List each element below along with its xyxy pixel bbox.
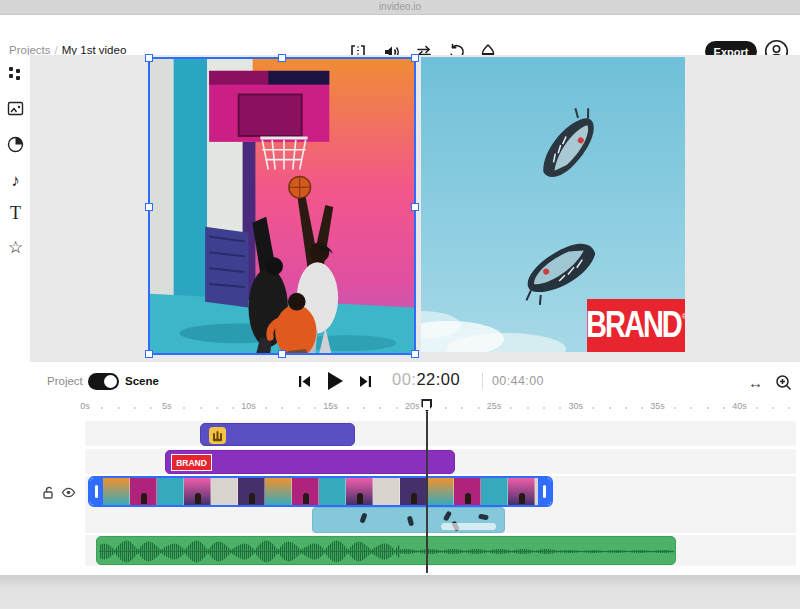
film-thumbnail	[211, 478, 238, 505]
timecode-hours: 00:	[392, 370, 416, 388]
film-thumbnail	[454, 478, 481, 505]
film-thumbnail	[130, 478, 157, 505]
ruler-tick	[281, 407, 283, 409]
text-tool-icon[interactable]: T	[6, 204, 25, 223]
ruler-tick	[592, 407, 594, 409]
ruler-tick	[232, 407, 234, 409]
timecode-main: 22:00	[416, 370, 460, 388]
film-thumbnail	[481, 478, 508, 505]
scene-mode-label[interactable]: Scene	[125, 375, 159, 387]
brand-logo: BRAND®	[587, 299, 685, 352]
broll-shoes-clip[interactable]	[312, 507, 505, 533]
ruler-tick	[609, 407, 611, 409]
apps-grid-icon[interactable]	[6, 65, 25, 84]
ruler-tick	[314, 407, 316, 409]
ruler-tick	[298, 407, 300, 409]
film-thumbnail	[184, 478, 211, 505]
ruler-tick	[150, 407, 152, 409]
ruler-tick	[690, 407, 692, 409]
playhead-line[interactable]	[426, 400, 428, 573]
browser-bar: invideo.io	[0, 0, 800, 15]
selected-clip-basketball[interactable]	[148, 57, 416, 355]
zoom-in-icon[interactable]	[774, 373, 793, 392]
timeline: Project Scene 00:22:00 00:44:00 ↔ 0s5s10…	[30, 362, 800, 575]
ruler-tick	[625, 407, 627, 409]
film-thumbnail	[346, 478, 373, 505]
ruler-tick	[478, 407, 480, 409]
film-thumbnail	[508, 478, 535, 505]
audio-waveform	[97, 537, 675, 565]
app-screen: invideo.io Projects/My 1st video	[0, 0, 800, 609]
film-thumbnail	[157, 478, 184, 505]
trim-handle-left[interactable]	[90, 478, 103, 505]
video-clip-selected[interactable]	[88, 476, 553, 507]
ruler-label: 15s	[323, 401, 338, 411]
film-thumbnail	[292, 478, 319, 505]
ruler-tick	[216, 407, 218, 409]
ruler-label: 5s	[162, 401, 172, 411]
time-ruler[interactable]: 0s5s10s15s20s25s30s35s40s	[30, 398, 800, 416]
handle-mid-right[interactable]	[411, 203, 419, 211]
handle-bottom-left[interactable]	[145, 350, 153, 358]
ruler-tick	[396, 407, 398, 409]
audio-clip[interactable]	[96, 536, 675, 565]
ruler-tick	[510, 407, 512, 409]
trim-handle-right[interactable]	[538, 478, 551, 505]
eye-icon[interactable]	[61, 485, 76, 500]
total-timecode: 00:44:00	[492, 374, 544, 388]
ruler-tick	[707, 407, 709, 409]
rock-hand-icon	[209, 427, 226, 444]
ruler-tick	[379, 407, 381, 409]
ruler-tick	[445, 407, 447, 409]
ruler-tick	[183, 407, 185, 409]
handle-top-mid[interactable]	[278, 54, 286, 62]
ruler-tick	[756, 407, 758, 409]
ruler-label: 20s	[405, 401, 420, 411]
sticker-icon[interactable]	[6, 135, 25, 154]
project-scene-toggle[interactable]	[88, 373, 119, 390]
ruler-tick	[134, 407, 136, 409]
ruler-tick	[559, 407, 561, 409]
ruler-tick	[674, 407, 676, 409]
browser-title: invideo.io	[0, 1, 800, 12]
ruler-tick	[641, 407, 643, 409]
handle-bottom-right[interactable]	[411, 350, 419, 358]
fit-width-icon[interactable]: ↔	[748, 374, 763, 391]
lock-open-icon[interactable]	[41, 485, 56, 500]
ruler-tick	[265, 407, 267, 409]
ruler-label: 30s	[569, 401, 584, 411]
clip-flying-shoes[interactable]: BRAND®	[421, 57, 685, 352]
basketball-image	[150, 59, 414, 353]
star-icon[interactable]: ☆	[6, 238, 25, 257]
track-row-sticker	[85, 421, 796, 446]
ruler-tick	[527, 407, 529, 409]
ruler-tick	[347, 407, 349, 409]
film-thumbnail	[427, 478, 454, 505]
ruler-tick	[363, 407, 365, 409]
film-thumbnail	[238, 478, 265, 505]
skip-back-icon[interactable]	[295, 372, 314, 391]
play-icon[interactable]	[322, 369, 346, 393]
sidebar: ♪ T ☆	[0, 55, 30, 575]
handle-top-left[interactable]	[145, 54, 153, 62]
handle-top-right[interactable]	[411, 54, 419, 62]
current-timecode: 00:22:00	[392, 370, 460, 389]
handle-bottom-mid[interactable]	[278, 350, 286, 358]
film-thumbnail	[319, 478, 346, 505]
sticker-clip[interactable]	[200, 423, 355, 446]
film-thumbnail	[103, 478, 130, 505]
project-mode-label[interactable]: Project	[47, 375, 83, 387]
timecode-divider	[482, 372, 483, 389]
header: Projects/My 1st video	[0, 15, 800, 55]
brand-clip[interactable]: BRAND	[165, 450, 455, 474]
ruler-tick	[200, 407, 202, 409]
bottom-strip	[0, 575, 800, 609]
media-icon[interactable]	[6, 99, 25, 118]
ruler-label: 40s	[732, 401, 747, 411]
ruler-tick	[118, 407, 120, 409]
toggle-knob	[104, 375, 117, 388]
skip-forward-icon[interactable]	[356, 372, 375, 391]
ruler-tick	[772, 407, 774, 409]
music-note-icon[interactable]: ♪	[6, 171, 25, 190]
handle-mid-left[interactable]	[145, 203, 153, 211]
